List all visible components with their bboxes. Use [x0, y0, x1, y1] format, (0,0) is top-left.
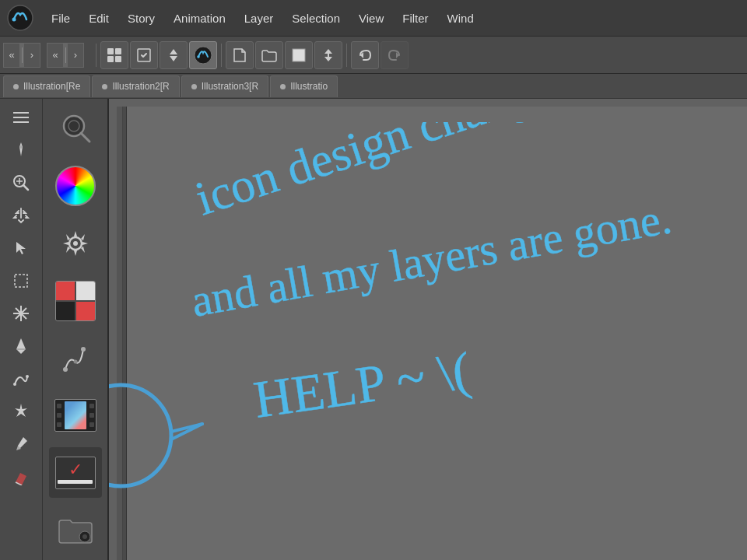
tool-eraser[interactable]	[5, 461, 37, 492]
grid-button[interactable]	[100, 41, 128, 69]
color-palette-item[interactable]	[49, 275, 102, 327]
menu-layer[interactable]: Layer	[237, 9, 282, 28]
tool-bezier[interactable]	[5, 363, 37, 394]
svg-point-10	[197, 55, 200, 58]
menu-bar: File Edit Story Animation Layer Selectio…	[0, 0, 747, 37]
tab1-dot	[13, 84, 19, 89]
film-frame	[65, 401, 86, 429]
tab-illustration2[interactable]: Illustration2[R	[92, 75, 179, 97]
toolbar-divider-1	[96, 44, 96, 67]
svg-point-30	[13, 383, 16, 386]
svg-point-20	[19, 145, 23, 149]
redo-button[interactable]	[381, 41, 409, 69]
svg-point-40	[81, 347, 86, 352]
nav-left-btn[interactable]: «	[47, 43, 64, 68]
nav-arrows-right: « ›	[47, 43, 84, 68]
menu-story[interactable]: Story	[120, 9, 163, 28]
nav-right-right-btn[interactable]: ›	[67, 43, 84, 68]
arrange-button[interactable]	[160, 41, 188, 69]
tool-brush[interactable]	[5, 429, 37, 460]
film-hole-4	[89, 404, 94, 408]
swatch-red	[56, 282, 75, 300]
color-wheel	[55, 166, 96, 206]
tool-select-arrow[interactable]	[5, 233, 37, 264]
folder-item[interactable]	[49, 504, 102, 555]
tab3-label: Illustration3[R	[202, 81, 258, 92]
canvas[interactable]: icon design changed and all my layers ar…	[117, 107, 747, 560]
tab4-dot	[280, 84, 286, 89]
canvas-area[interactable]: icon design changed and all my layers ar…	[109, 99, 747, 560]
film-strip-item[interactable]	[49, 390, 102, 441]
film-hole-1	[57, 404, 61, 408]
toolbar-divider-2	[221, 44, 222, 67]
svg-line-22	[23, 185, 28, 190]
svg-point-44	[109, 385, 171, 486]
svg-line-35	[81, 133, 89, 142]
svg-point-43	[82, 534, 87, 539]
move-arrange-button[interactable]	[314, 41, 342, 69]
svg-rect-11	[293, 49, 305, 61]
film-holes-right	[88, 400, 96, 431]
menu-filter[interactable]: Filter	[395, 9, 436, 28]
handwriting-svg: icon design changed and all my layers ar…	[148, 122, 747, 511]
brand-logo-button[interactable]	[189, 41, 217, 69]
film-hole-5	[89, 413, 94, 418]
swatch-black	[56, 302, 75, 320]
menu-view[interactable]: View	[351, 9, 391, 28]
layer-icon-item[interactable]: ✓	[49, 447, 102, 499]
menu-animation[interactable]: Animation	[166, 9, 233, 28]
handwriting-line3: HELP ~ \(	[251, 341, 475, 429]
main-area: ✓ icon design changed and a	[0, 99, 747, 560]
transform-select-button[interactable]	[130, 41, 158, 69]
svg-rect-25	[15, 275, 27, 287]
tool-pan[interactable]	[5, 200, 37, 231]
svg-rect-4	[107, 56, 114, 62]
svg-marker-8	[170, 56, 177, 61]
tab4-label: Illustratio	[290, 81, 328, 92]
menu-selection[interactable]: Selection	[284, 9, 348, 28]
film-strip	[54, 399, 96, 432]
svg-marker-12	[324, 49, 332, 54]
tab1-label: Illustration[Re	[23, 81, 80, 92]
swatch-white	[76, 282, 95, 300]
tab2-dot	[102, 84, 107, 89]
svg-point-9	[195, 47, 212, 64]
layer-button[interactable]	[285, 41, 313, 69]
layer-check-symbol: ✓	[68, 461, 82, 478]
tool-rect-select[interactable]	[5, 265, 37, 296]
tab2-label: Illustration2[R	[112, 81, 169, 92]
tool-sparkle[interactable]	[5, 396, 37, 427]
tab-illustration4[interactable]: Illustratio	[270, 75, 338, 97]
tool-layers-toggle[interactable]	[5, 102, 37, 133]
menu-edit[interactable]: Edit	[81, 9, 117, 28]
swatch-red2	[76, 302, 95, 320]
nav-right-btn[interactable]: ›	[23, 43, 40, 68]
tab-bar: Illustration[Re Illustration2[R Illustra…	[0, 74, 747, 99]
tab-illustration1[interactable]: Illustration[Re	[3, 75, 90, 97]
color-wheel-item[interactable]	[49, 161, 102, 212]
tool-properties-item[interactable]	[49, 218, 102, 269]
svg-point-38	[73, 241, 78, 246]
bezier-sub-panel[interactable]	[49, 333, 102, 384]
tools-panel	[0, 99, 43, 560]
tool-settings[interactable]	[5, 135, 37, 166]
app-logo[interactable]	[6, 4, 34, 32]
tool-transform[interactable]	[5, 298, 37, 329]
undo-button[interactable]	[351, 41, 379, 69]
nav-left-left-btn[interactable]: «	[3, 43, 20, 68]
new-file-button[interactable]	[226, 41, 254, 69]
svg-marker-14	[324, 57, 332, 61]
tab-illustration3[interactable]: Illustration3[R	[181, 75, 268, 97]
circle-annotation-svg	[109, 358, 214, 498]
svg-rect-5	[115, 56, 121, 62]
menu-file[interactable]: File	[44, 9, 78, 28]
open-file-button[interactable]	[255, 41, 283, 69]
tab3-dot	[191, 84, 197, 89]
menu-window[interactable]: Wind	[440, 9, 482, 28]
secondary-panel: ✓	[43, 99, 109, 560]
tool-pen[interactable]	[5, 331, 37, 362]
tool-zoom[interactable]	[5, 167, 37, 198]
layer-icon: ✓	[55, 457, 96, 489]
quick-access-item[interactable]	[49, 103, 102, 155]
film-holes-left	[55, 400, 63, 431]
